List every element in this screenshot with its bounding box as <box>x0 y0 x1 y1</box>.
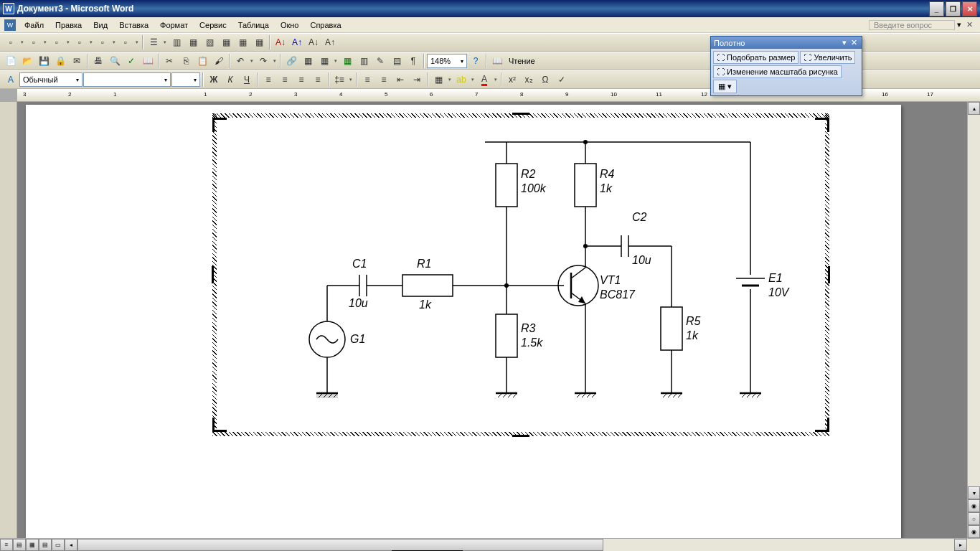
font-combo[interactable]: ▾ <box>83 72 171 87</box>
hscroll-track[interactable] <box>77 539 954 551</box>
superscript-icon[interactable]: x² <box>504 72 520 88</box>
close-button[interactable]: ✕ <box>962 1 977 17</box>
cut-icon[interactable]: ✂ <box>161 53 177 69</box>
restore-button[interactable]: ❐ <box>946 1 961 17</box>
document-area[interactable]: R2 100k R4 1k C2 10u <box>17 102 967 538</box>
decrease-indent-icon[interactable]: ⇤ <box>392 72 408 88</box>
size-combo[interactable]: ▾ <box>171 72 200 87</box>
menu-table[interactable]: Таблица <box>232 19 275 31</box>
show-marks-icon[interactable]: ¶ <box>405 53 421 69</box>
canvas-wrap-button[interactable]: ▦ ▾ <box>713 80 737 93</box>
menu-file[interactable]: Файл <box>19 19 50 31</box>
sort-asc-red-icon[interactable]: A↓ <box>273 34 288 50</box>
bold-icon[interactable]: Ж <box>206 72 222 88</box>
print-view-icon[interactable]: ▦ <box>26 539 39 551</box>
float-toolbar-title[interactable]: Полотно <box>714 39 839 47</box>
open-icon[interactable]: 📂 <box>19 53 35 69</box>
canvas-scale-button[interactable]: ⛶Изменение масштаба рисунка <box>713 65 842 78</box>
split-icon[interactable]: ▧ <box>202 34 217 50</box>
insert-table-icon[interactable]: ▦ <box>316 53 332 69</box>
web-view-icon[interactable]: ▤ <box>13 539 26 551</box>
canvas-floating-toolbar[interactable]: Полотно ▾ ✕ ⛶Подобрать размер ⛶Увеличить… <box>710 36 862 96</box>
scroll-up-icon[interactable]: ▴ <box>968 102 980 115</box>
scroll-right-icon[interactable]: ▸ <box>954 539 967 551</box>
highlight-icon[interactable]: ab <box>453 72 469 88</box>
merge-icon[interactable]: ▦ <box>185 34 201 50</box>
bullets-icon[interactable]: ≡ <box>376 72 392 88</box>
underline-icon[interactable]: Ч <box>239 72 255 88</box>
drawing-icon[interactable]: ✎ <box>372 53 388 69</box>
menu-window[interactable]: Окно <box>275 19 305 31</box>
copy-icon[interactable]: ⎘ <box>178 53 194 69</box>
sort-desc-icon[interactable]: A↑ <box>322 34 338 50</box>
excel-icon[interactable]: ▦ <box>339 53 355 69</box>
subscript-icon[interactable]: x₂ <box>521 72 537 88</box>
menu-edit[interactable]: Правка <box>50 19 88 31</box>
canvas-enlarge-button[interactable]: ⛶Увеличить <box>800 51 855 64</box>
vertical-ruler[interactable] <box>0 102 17 538</box>
help-icon[interactable]: ? <box>468 53 484 69</box>
scroll-down-icon[interactable]: ▾ <box>968 486 980 499</box>
symbol-icon[interactable]: Ω <box>537 72 553 88</box>
spellcheck-icon[interactable]: ✓ <box>123 53 139 69</box>
show-grid-icon[interactable]: ▦ <box>235 34 250 50</box>
float-toolbar-options-icon[interactable]: ▾ <box>839 38 849 47</box>
columns-layout-icon[interactable]: ▥ <box>356 53 372 69</box>
print-preview-icon[interactable]: 🔍 <box>107 53 123 69</box>
line-spacing-icon[interactable]: ‡≡ <box>331 72 347 88</box>
normal-view-icon[interactable]: ≡ <box>0 539 13 551</box>
menu-insert[interactable]: Вставка <box>113 19 154 31</box>
style-combo[interactable]: Обычный ▾ <box>19 72 83 87</box>
borders-icon[interactable]: ▦ <box>430 72 446 88</box>
close-doc-button[interactable]: ✕ <box>963 20 976 29</box>
vertical-scrollbar[interactable]: ▴ ▾ ◉ ○ ◉ <box>967 102 980 538</box>
new-doc-icon[interactable]: 📄 <box>3 53 19 69</box>
scroll-left-icon[interactable]: ◂ <box>65 539 77 551</box>
align-right-icon[interactable]: ≡ <box>293 72 309 88</box>
increase-indent-icon[interactable]: ⇥ <box>409 72 425 88</box>
reading-view-icon[interactable]: ▭ <box>52 539 65 551</box>
reading-layout-icon[interactable]: 📖 <box>489 53 505 69</box>
tables-borders-icon[interactable]: ▦ <box>300 53 316 69</box>
sort-desc-blue-icon[interactable]: A↑ <box>289 34 305 50</box>
italic-icon[interactable]: К <box>222 72 238 88</box>
new-blank-icon[interactable]: ▫ <box>3 34 19 50</box>
hyperlink-icon[interactable]: 🔗 <box>283 53 299 69</box>
outline-view-icon[interactable]: ▤ <box>39 539 52 551</box>
styles-task-pane-icon[interactable]: A <box>3 72 19 88</box>
paste-icon[interactable]: 📋 <box>194 53 210 69</box>
doc-map-icon[interactable]: ▤ <box>389 53 405 69</box>
permission-icon[interactable]: 🔒 <box>52 53 68 69</box>
menu-help[interactable]: Справка <box>304 19 347 31</box>
save-icon[interactable]: 💾 <box>36 53 52 69</box>
reading-label[interactable]: Чтение <box>506 57 538 65</box>
template-1-icon[interactable]: ▫ <box>26 34 42 50</box>
prev-page-icon[interactable]: ◉ <box>968 499 980 512</box>
hide-grid-icon[interactable]: ▦ <box>251 34 267 50</box>
template-3-icon[interactable]: ▫ <box>72 34 88 50</box>
align-center-icon[interactable]: ≡ <box>277 72 293 88</box>
select-all-styles-icon[interactable]: ✓ <box>554 72 570 88</box>
numbering-icon[interactable]: ≡ <box>359 72 375 88</box>
template-2-icon[interactable]: ▫ <box>49 34 65 50</box>
canvas-fit-button[interactable]: ⛶Подобрать размер <box>713 51 798 64</box>
menu-view[interactable]: Вид <box>88 19 113 31</box>
menu-tools[interactable]: Сервис <box>194 19 232 31</box>
format-painter-icon[interactable]: 🖌 <box>211 53 227 69</box>
insert-rows-icon[interactable]: ☰ <box>146 34 161 50</box>
justify-icon[interactable]: ≡ <box>310 72 326 88</box>
columns-icon[interactable]: ▥ <box>169 34 184 50</box>
drawing-canvas[interactable]: R2 100k R4 1k C2 10u <box>191 113 851 436</box>
zoom-combo[interactable]: 148% ▾ <box>427 54 467 68</box>
redo-icon[interactable]: ↷ <box>255 53 271 69</box>
print-icon[interactable]: 🖶 <box>90 53 106 69</box>
font-color-icon[interactable]: A <box>476 72 492 88</box>
page[interactable]: R2 100k R4 1k C2 10u <box>26 105 901 538</box>
minimize-button[interactable]: _ <box>929 1 944 17</box>
table-props-icon[interactable]: ▦ <box>218 34 234 50</box>
help-question-input[interactable]: Введите вопрос <box>869 20 955 30</box>
next-page-icon[interactable]: ◉ <box>968 525 980 538</box>
align-left-icon[interactable]: ≡ <box>260 72 276 88</box>
undo-icon[interactable]: ↶ <box>232 53 248 69</box>
template-5-icon[interactable]: ▫ <box>118 34 133 50</box>
